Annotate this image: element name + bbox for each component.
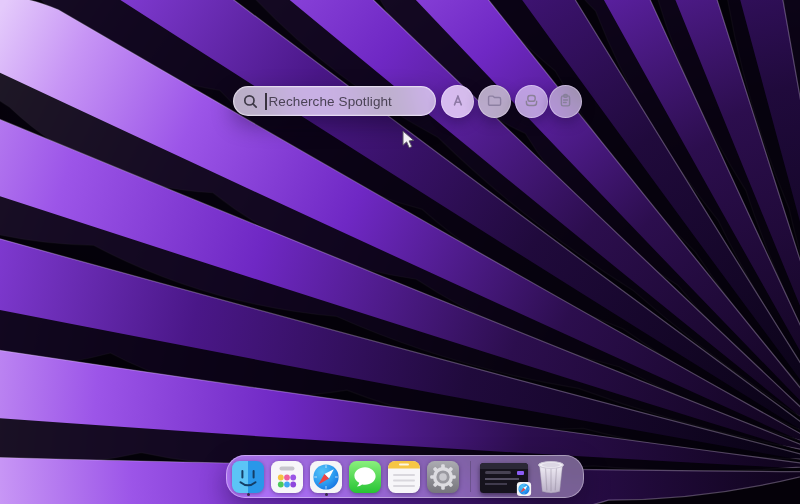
dock-item-notes[interactable] [386, 459, 422, 495]
running-indicator-safari [325, 493, 329, 497]
minimized-safari-window[interactable] [480, 463, 528, 493]
safari-icon [308, 459, 344, 495]
messages-icon [347, 459, 383, 495]
clipboard-button[interactable] [549, 85, 582, 118]
dock-item-system-settings[interactable] [425, 459, 461, 495]
dock-item-safari[interactable] [308, 459, 344, 495]
finder-icon [230, 459, 266, 495]
applications-button[interactable] [441, 85, 474, 118]
spotlight-placeholder: Recherche Spotlight [269, 94, 392, 109]
applications-icon [448, 91, 467, 113]
wallpaper [0, 0, 800, 504]
trash-icon [536, 481, 566, 498]
apps-grid-icon [269, 459, 305, 495]
search-icon [243, 94, 258, 109]
desktop: Recherche Spotlight [0, 0, 800, 504]
dock-separator [470, 461, 471, 492]
text-caret [265, 93, 267, 110]
system-settings-icon [425, 459, 461, 495]
clipboard-icon [556, 91, 575, 113]
dock-item-apps[interactable] [269, 459, 305, 495]
running-indicator-finder [247, 493, 251, 497]
dock-item-messages[interactable] [347, 459, 383, 495]
safari-badge-icon [516, 481, 532, 497]
window-titlebar [480, 463, 528, 469]
folder-icon [485, 91, 504, 113]
dock-item-trash[interactable] [536, 460, 566, 495]
window-addressbar [485, 471, 511, 474]
spotlight-search-input[interactable]: Recherche Spotlight [233, 86, 436, 116]
files-button[interactable] [478, 85, 511, 118]
notes-icon [386, 459, 422, 495]
actions-button[interactable] [515, 85, 548, 118]
dock-item-finder[interactable] [230, 459, 266, 495]
stack-icon [522, 91, 541, 113]
